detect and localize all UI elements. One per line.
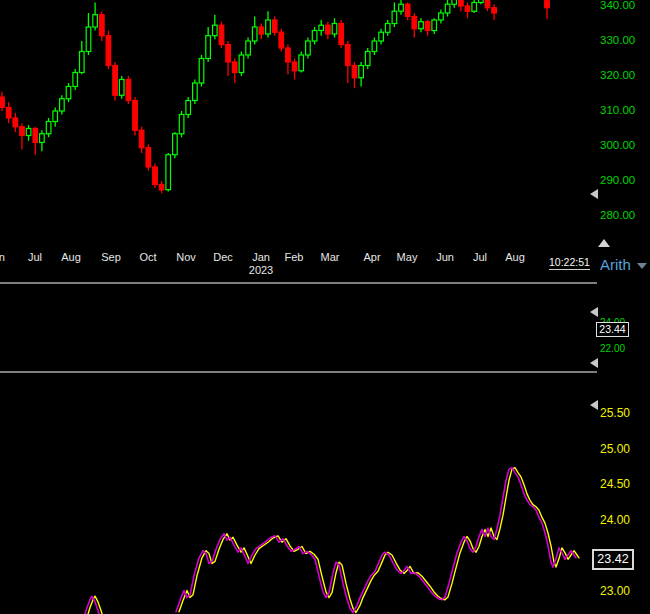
candle — [80, 41, 85, 74]
candle — [306, 38, 311, 59]
candle-body — [119, 80, 124, 96]
candle — [46, 118, 51, 137]
pane-scroll-up-arrow-icon[interactable] — [598, 239, 610, 247]
candle-body — [252, 27, 257, 41]
candle — [199, 55, 204, 87]
candle — [452, 0, 457, 8]
price-axis-tick: 320.00 — [600, 69, 635, 81]
candle — [86, 13, 91, 55]
candle — [20, 123, 25, 149]
candle — [73, 69, 78, 90]
candle — [439, 10, 444, 24]
candle-body — [206, 36, 211, 59]
candle — [106, 31, 111, 70]
candle-body — [259, 27, 264, 34]
date-axis-month: Sep — [101, 251, 121, 263]
indicator2-axis-tick: 23.00 — [600, 584, 630, 598]
scale-mode-label: Arith — [600, 256, 631, 273]
candle-body — [232, 62, 237, 73]
candle — [279, 29, 284, 52]
candle — [179, 111, 184, 137]
candle — [266, 11, 271, 37]
chevron-down-icon — [637, 263, 647, 269]
date-axis-month: Feb — [285, 251, 304, 263]
clock: 10:22:51 — [549, 256, 590, 270]
pane-scroll-left-arrow-icon[interactable] — [590, 189, 598, 199]
candle — [372, 38, 377, 56]
candle-body — [186, 101, 191, 115]
candle — [0, 92, 4, 111]
candle-body — [372, 41, 377, 52]
date-axis-month: Jul — [473, 251, 487, 263]
candle-body — [445, 4, 450, 13]
date-axis-month: Dec — [213, 251, 233, 263]
candle — [472, 0, 477, 13]
scale-mode-dropdown[interactable]: Arith — [600, 256, 647, 273]
candle — [13, 113, 18, 132]
date-axis-month: Oct — [139, 251, 156, 263]
indicator2-axis-tick: 25.00 — [600, 442, 630, 456]
date-axis-year: 2023 — [249, 264, 273, 276]
indicator-slow-line — [179, 468, 579, 613]
price-axis-tick: 340.00 — [600, 0, 635, 11]
candle-body — [246, 41, 251, 55]
candle — [352, 62, 357, 88]
price-chart-canvas[interactable] — [0, 0, 650, 250]
candle — [286, 45, 291, 75]
trading-chart-window: 10:22:51 Arith 23.44 23.42 340.00330.003… — [0, 0, 650, 614]
indicator-value-box: 23.44 — [596, 322, 629, 337]
candle-body — [199, 59, 204, 84]
candle — [259, 24, 264, 40]
candle — [479, 0, 484, 4]
candle — [459, 0, 464, 11]
candle — [292, 59, 297, 80]
candle — [346, 41, 351, 83]
candle-body — [13, 118, 18, 127]
candle-body — [93, 15, 98, 27]
candle — [219, 22, 224, 48]
candle — [239, 52, 244, 77]
candle-body — [412, 17, 417, 29]
candle — [186, 97, 191, 118]
candle-body — [159, 185, 164, 190]
date-axis-month: Mar — [321, 251, 340, 263]
date-axis-month: Jul — [28, 251, 42, 263]
date-axis-month: Jun — [436, 251, 454, 263]
candle-body — [219, 25, 224, 44]
candle-body — [319, 25, 324, 30]
indicator2-value-box: 23.42 — [592, 549, 634, 570]
candle — [405, 3, 410, 21]
price-axis-tick: 280.00 — [600, 209, 635, 221]
candle-body — [479, 0, 484, 3]
candle-body — [80, 52, 85, 73]
panel-divider[interactable] — [0, 282, 597, 284]
candle — [213, 15, 218, 40]
candle — [26, 125, 31, 141]
panel-divider[interactable] — [0, 371, 597, 373]
candle — [545, 0, 550, 19]
pane-scroll-left-arrow-icon[interactable] — [590, 358, 598, 368]
candle-body — [352, 66, 357, 78]
candle-body — [399, 4, 404, 11]
pane-scroll-left-arrow-icon[interactable] — [590, 307, 598, 317]
pane-scroll-left-arrow-icon[interactable] — [590, 400, 598, 410]
candle — [93, 3, 98, 31]
candle-body — [359, 66, 364, 78]
candle — [232, 59, 237, 84]
candle — [159, 181, 164, 193]
candle-body — [239, 55, 244, 73]
candle — [445, 0, 450, 17]
candle — [33, 127, 38, 155]
candle-body — [312, 31, 317, 42]
candle — [60, 95, 65, 114]
candle-body — [139, 130, 144, 148]
candle-body — [379, 32, 384, 41]
candle — [126, 76, 131, 104]
candle-body — [279, 32, 284, 48]
candle-body — [299, 55, 304, 71]
indicator-chart-canvas[interactable] — [0, 372, 650, 614]
candle-body — [306, 41, 311, 55]
date-axis-month: Jun — [0, 251, 5, 263]
candle-body — [166, 155, 171, 190]
candle-body — [385, 24, 390, 33]
